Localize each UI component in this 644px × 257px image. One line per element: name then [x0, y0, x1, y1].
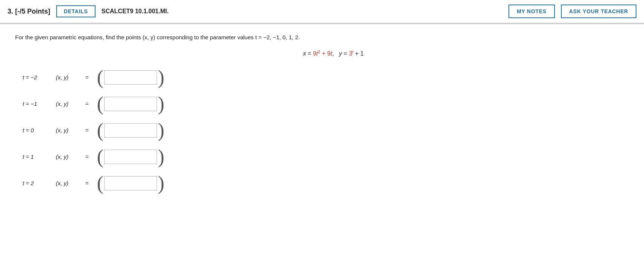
answer-input[interactable] [104, 150, 157, 164]
right-paren: ) [158, 68, 164, 87]
equals-sign: = [85, 101, 89, 107]
answer-input[interactable] [104, 97, 157, 111]
equation-display: x = 9t2 + 9t, y = 3t + 1 [38, 50, 629, 57]
content-area: For the given parametric equations, find… [0, 23, 644, 257]
eq-comma: , [332, 50, 339, 57]
right-paren: ) [158, 173, 164, 193]
eq-y-suffix: + 1 [353, 50, 364, 57]
answer-input[interactable] [104, 70, 157, 85]
xy-label: (x, y) [56, 127, 79, 133]
answer-input[interactable] [104, 123, 157, 138]
my-notes-button[interactable]: MY NOTES [508, 5, 555, 18]
param-row: t = −1 (x, y) = ( ) [23, 94, 629, 114]
equals-sign: = [85, 180, 89, 186]
details-button[interactable]: DETAILS [56, 5, 96, 17]
problem-description: For the given parametric equations, find… [15, 33, 629, 42]
eq-y-red: 3t [349, 50, 353, 57]
paren-container: ( ) [97, 173, 165, 193]
paren-container: ( ) [97, 121, 165, 140]
t-value-label: t = −2 [23, 74, 49, 81]
problem-number: 3. [-/5 Points] [8, 8, 50, 15]
right-paren: ) [158, 94, 164, 114]
eq-equals: = [306, 50, 313, 57]
problem-code: SCALCET9 10.1.001.MI. [102, 8, 169, 15]
right-paren: ) [158, 147, 164, 167]
eq-x-prefix: x [303, 50, 306, 57]
eq-y-prefix: y [339, 50, 342, 57]
t-value-label: t = 1 [23, 153, 49, 160]
param-row: t = −2 (x, y) = ( ) [23, 68, 629, 87]
equals-sign: = [85, 153, 89, 160]
t-value-label: t = 0 [23, 127, 49, 133]
left-paren: ( [97, 94, 103, 114]
answer-input[interactable] [104, 176, 157, 190]
t-value-label: t = −1 [23, 101, 49, 107]
left-paren: ( [97, 121, 103, 140]
left-paren: ( [97, 173, 103, 193]
right-paren: ) [158, 121, 164, 140]
xy-label: (x, y) [56, 153, 79, 160]
equals-sign: = [85, 127, 89, 133]
rows-container: t = −2 (x, y) = ( ) t = −1 (x, y) = ( ) … [23, 68, 629, 193]
param-row: t = 0 (x, y) = ( ) [23, 121, 629, 140]
paren-container: ( ) [97, 68, 165, 87]
paren-container: ( ) [97, 94, 165, 114]
param-row: t = 2 (x, y) = ( ) [23, 173, 629, 193]
left-paren: ( [97, 68, 103, 87]
ask-teacher-button[interactable]: ASK YOUR TEACHER [561, 5, 636, 18]
xy-label: (x, y) [56, 101, 79, 107]
t-value-label: t = 2 [23, 180, 49, 186]
param-row: t = 1 (x, y) = ( ) [23, 147, 629, 167]
xy-label: (x, y) [56, 74, 79, 81]
paren-container: ( ) [97, 147, 165, 167]
left-paren: ( [97, 147, 103, 167]
equals-sign: = [85, 74, 89, 81]
header-bar: 3. [-/5 Points] DETAILS SCALCET9 10.1.00… [0, 0, 644, 23]
eq-x-red: 9t2 + 9t [313, 50, 332, 57]
xy-label: (x, y) [56, 180, 79, 186]
eq-y-equals: = [342, 50, 349, 57]
